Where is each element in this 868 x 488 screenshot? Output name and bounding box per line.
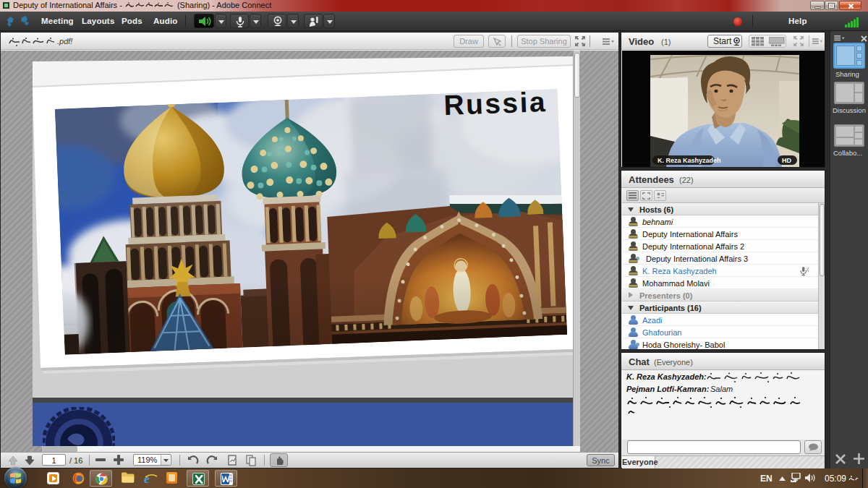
svg-text:HD: HD (782, 157, 791, 164)
svg-text:e: e (144, 472, 150, 484)
svg-text:K. Reza Kashyzadeh:: K. Reza Kashyzadeh: (626, 372, 707, 381)
svg-text:Pejman Lotfi-Kamran:: Pejman Lotfi-Kamran: (626, 385, 710, 393)
svg-text:.pdf!: .pdf! (57, 37, 72, 46)
svg-text:Salam: Salam (710, 385, 733, 393)
svg-text:Russia: Russia (443, 86, 546, 121)
